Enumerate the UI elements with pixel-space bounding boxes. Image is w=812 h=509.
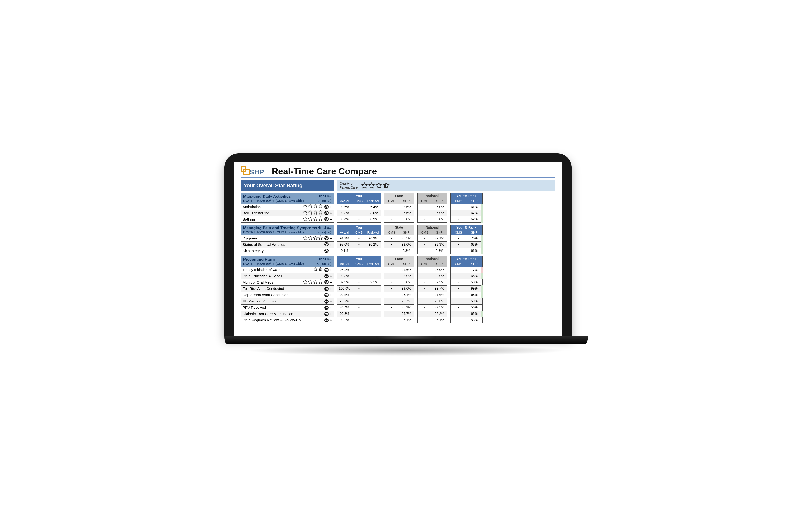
metric-name: Fall Risk Asmt Conducted [243, 286, 323, 291]
state-cells: -85.3% [384, 305, 414, 311]
laptop-frame: SHP Real-Time Care Compare Your Overall … [224, 154, 571, 337]
star-icon [313, 204, 318, 209]
svg-rect-1 [244, 170, 249, 175]
you-cells: 98.2% [337, 317, 381, 324]
state-cells: -92.6% [384, 242, 414, 248]
rank-cells: -50% [450, 298, 483, 305]
rank-cells: 58% [450, 317, 483, 324]
metric-name: Bed Transferring [243, 211, 303, 215]
state-header: State CMSSHP [384, 225, 414, 235]
metric-row: Timely Initiation of Care PM + [241, 267, 334, 273]
rank-header: Your % Rank CMSSHP [450, 193, 483, 204]
rank-cells: -99% [450, 285, 483, 292]
star-icon [318, 236, 323, 240]
better-sign: + [329, 305, 332, 310]
state-cells: -78.7% [384, 298, 414, 305]
metric-row: Skin Integrity - [241, 248, 334, 254]
star-rating [303, 210, 323, 215]
national-cells: 0.3% [417, 248, 447, 254]
star-icon [303, 204, 307, 209]
state-cells: -85.0% [384, 216, 414, 223]
you-cells: 86.4%- [337, 305, 381, 311]
rank-cells: -56% [450, 305, 483, 311]
metric-row: PPV Received PM + [241, 305, 334, 311]
target-icon [324, 211, 329, 215]
metric-row: Dyspnea + [241, 235, 334, 242]
national-header: National CMSSHP [417, 193, 447, 204]
rank-cells: -62% [450, 216, 483, 223]
star-icon [313, 210, 318, 215]
better-sign: + [329, 318, 332, 322]
metric-name: Timely Initiation of Care [243, 268, 313, 272]
rank-cells: -65% [450, 311, 483, 317]
section-header: Managing Daily Activities DC/TRF 10/20-0… [241, 193, 334, 204]
target-icon [324, 205, 329, 209]
better-sign: + [329, 205, 332, 209]
star-icon [303, 236, 307, 240]
star-icon [375, 182, 382, 189]
national-cells: -82.5% [417, 305, 447, 311]
metric-row: Status of Surgical Wounds + [241, 242, 334, 248]
target-icon [324, 236, 329, 240]
star-icon [313, 236, 318, 240]
pm-badge-icon: PM [324, 318, 329, 323]
you-cells: 99.5%- [337, 292, 381, 298]
metric-row: Flu Vaccine Received PM + [241, 298, 334, 305]
section-header: Preventing Harm DC/TRF 10/20-09/21 (CMS … [241, 256, 334, 267]
you-cells: 90.8%-88.0% [337, 210, 381, 216]
star-icon [303, 279, 307, 284]
national-cells: 96.1% [417, 317, 447, 324]
better-sign: + [329, 299, 332, 303]
high-low-label: High/Low [318, 257, 331, 261]
star-icon [308, 210, 313, 215]
pm-badge-icon: PM [324, 299, 329, 304]
high-low-label: High/Low [318, 194, 331, 198]
metric-row: Fall Risk Asmt Conducted PM + [241, 285, 334, 292]
star-rating [303, 204, 323, 209]
national-cells: -86.9% [417, 210, 447, 216]
rank-cells: -63% [450, 242, 483, 248]
page-title: Real-Time Care Compare [272, 167, 377, 176]
rank-header: Your % Rank CMSSHP [450, 256, 483, 267]
metric-row: Ambulation + [241, 204, 334, 210]
better-sign: + [329, 236, 332, 240]
you-cells: 0.1% [337, 248, 381, 254]
you-cells: 100.0%- [337, 285, 381, 292]
star-icon [303, 210, 307, 215]
metric-name: Depression Asmt Conducted [243, 293, 323, 297]
you-cells: 90.6%-86.4% [337, 204, 381, 210]
metric-row: Depression Asmt Conducted PM + [241, 292, 334, 298]
metric-name: Bathing [243, 217, 303, 222]
svg-point-12 [326, 206, 327, 207]
metric-name: Flu Vaccine Received [243, 299, 323, 303]
state-header: State CMSSHP [384, 256, 414, 267]
rank-header: Your % Rank CMSSHP [450, 225, 483, 235]
better-sign: + [329, 274, 332, 278]
star-icon [361, 182, 368, 189]
national-cells: -78.6% [417, 298, 447, 305]
metric-name: Ambulation [243, 205, 303, 209]
you-cells: 99.8%- [337, 273, 381, 279]
rank-cells: -17% [450, 267, 483, 273]
metric-row: Drug Regimen Review w/ Follow-Up PM + [241, 317, 334, 324]
star-rating [303, 279, 323, 284]
you-cells: 79.7%- [337, 298, 381, 305]
state-cells: -99.6% [384, 285, 414, 292]
you-header: You ActualCMSRisk-Adj [337, 225, 381, 235]
laptop-base [224, 336, 588, 344]
star-rating [303, 236, 323, 240]
national-cells: -87.1% [417, 235, 447, 242]
rank-cells: -61% [450, 204, 483, 210]
report-header: SHP Real-Time Care Compare [241, 167, 555, 178]
pm-badge-icon: PM [324, 306, 329, 310]
state-cells: -98.9% [384, 273, 414, 279]
svg-point-30 [326, 238, 327, 239]
metric-name: Drug Regimen Review w/ Follow-Up [243, 318, 323, 322]
state-cells: -83.6% [384, 204, 414, 210]
better-label: Better(+/-) [317, 199, 331, 203]
star-icon [308, 204, 313, 209]
quality-label: Quality ofPatient Care: [340, 182, 359, 190]
rank-cells: -67% [450, 210, 483, 216]
state-cells: -96.7% [384, 311, 414, 317]
star-icon [303, 216, 307, 221]
